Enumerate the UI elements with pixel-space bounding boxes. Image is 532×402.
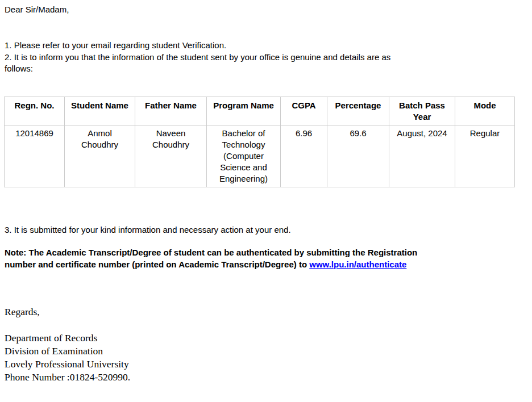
greeting-text: Dear Sir/Madam,	[5, 4, 69, 15]
cell-cgpa: 6.96	[281, 125, 327, 187]
note-line-2: number and certificate number (printed o…	[5, 259, 417, 271]
column-header-percentage: Percentage	[327, 97, 389, 125]
cell-program-name: Bachelor of Technology (Computer Science…	[207, 125, 281, 187]
signature-university: Lovely Professional University	[5, 358, 130, 371]
column-header-mode: Mode	[455, 97, 515, 125]
column-header-batch-pass-year: Batch Pass Year	[389, 97, 455, 125]
cell-batch-pass-year: August, 2024	[389, 125, 455, 187]
cell-father-name: Naveen Choudhry	[135, 125, 207, 187]
intro-line-2: 2. It is to inform you that the informat…	[5, 52, 390, 64]
column-header-program-name: Program Name	[207, 97, 281, 125]
cell-student-name: Anmol Choudhry	[65, 125, 135, 187]
cell-mode: Regular	[455, 125, 515, 187]
intro-line-3: follows:	[5, 63, 390, 75]
signature-block: Department of Records Division of Examin…	[5, 332, 130, 384]
note-line-1: Note: The Academic Transcript/Degree of …	[5, 247, 417, 259]
point3-text: 3. It is submitted for your kind informa…	[5, 224, 291, 236]
cell-regn-no: 12014869	[5, 125, 65, 187]
student-verification-table: Regn. No. Student Name Father Name Progr…	[4, 97, 515, 187]
table-row: 12014869 Anmol Choudhry Naveen Choudhry …	[5, 125, 515, 187]
signature-department: Department of Records	[5, 332, 130, 345]
column-header-regn-no: Regn. No.	[5, 97, 65, 125]
table-header-row: Regn. No. Student Name Father Name Progr…	[5, 97, 515, 125]
signature-phone: Phone Number :01824-520990.	[5, 371, 130, 384]
note-paragraph: Note: The Academic Transcript/Degree of …	[5, 247, 417, 270]
regards-text: Regards,	[5, 305, 40, 319]
column-header-cgpa: CGPA	[281, 97, 327, 125]
intro-line-1: 1. Please refer to your email regarding …	[5, 40, 390, 52]
cell-percentage: 69.6	[327, 125, 389, 187]
verification-letter-page: Dear Sir/Madam, 1. Please refer to your …	[0, 0, 532, 402]
column-header-father-name: Father Name	[135, 97, 207, 125]
authenticate-link[interactable]: www.lpu.in/authenticate	[309, 259, 406, 269]
intro-paragraph: 1. Please refer to your email regarding …	[5, 40, 390, 75]
signature-division: Division of Examination	[5, 345, 130, 358]
column-header-student-name: Student Name	[65, 97, 135, 125]
note-line-2-text: number and certificate number (printed o…	[5, 259, 309, 269]
